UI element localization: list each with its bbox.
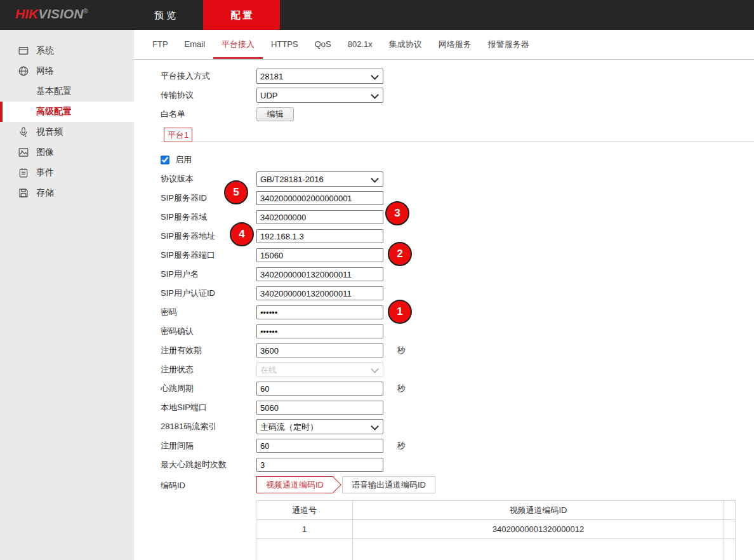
tab-qos[interactable]: QoS <box>307 30 340 59</box>
sidebar-item-label: 存储 <box>36 187 54 199</box>
storage-icon <box>17 187 30 199</box>
reg-valid-label: 注册有效期 <box>161 345 256 356</box>
sidebar-item-video-audio[interactable]: 视音频 <box>0 122 134 142</box>
form-row-enable: 启用 <box>161 150 406 170</box>
channel-encode-id-table: 通道号 视频通道编码ID 1 34020000001320000012 <box>256 500 736 560</box>
top-bar: HIKVISION® 预 览 配 置 <box>0 0 754 30</box>
tab-integration-protocol[interactable]: 集成协议 <box>381 30 430 59</box>
sip-server-id-input[interactable] <box>256 191 383 205</box>
form-row-sip-server-domain: SIP服务器域 <box>161 208 406 227</box>
form-row-password: 密码 <box>161 303 406 322</box>
sip-server-domain-input[interactable] <box>256 210 383 224</box>
sidebar-item-label: 基本配置 <box>36 86 72 97</box>
sip-user-input[interactable] <box>256 267 383 281</box>
sidebar-item-label: 高级配置 <box>36 106 72 117</box>
sidebar-item-image[interactable]: 图像 <box>0 142 134 163</box>
stream-index-select[interactable]: 主码流（定时） <box>256 419 383 434</box>
form-row-sip-user: SIP用户名 <box>161 265 406 284</box>
col-header-channel-no: 通道号 <box>256 501 353 520</box>
sip-server-addr-input[interactable] <box>256 229 383 243</box>
tab-alarm-server[interactable]: 报警服务器 <box>480 30 538 59</box>
form-row-local-sip-port: 本地SIP端口 <box>161 398 406 417</box>
sidebar: 系统 网络 基本配置 高级配置 视音频 图像 事件 存储 <box>0 30 134 560</box>
max-heartbeat-timeout-label: 最大心跳超时次数 <box>161 459 256 470</box>
platform-access-top-form: 平台接入方式 28181 传输协议 UDP 白名单 编辑 <box>161 67 383 124</box>
tab-platform-access[interactable]: 平台接入 <box>213 30 263 59</box>
sidebar-item-basic-config[interactable]: 基本配置 <box>0 81 134 102</box>
cell-encode-id <box>353 539 724 560</box>
cell-extra <box>724 520 736 539</box>
form-row-password-confirm: 密码确认 <box>161 322 406 341</box>
active-tab-arrow-icon <box>324 476 341 493</box>
form-row-sip-server-id: SIP服务器ID <box>161 189 406 208</box>
enable-checkbox[interactable] <box>161 156 169 164</box>
tab-8021x[interactable]: 802.1x <box>340 30 381 59</box>
col-header-video-channel-encode-id: 视频通道编码ID <box>353 501 724 520</box>
sip-server-port-label: SIP服务器端口 <box>161 250 256 261</box>
reg-interval-unit: 秒 <box>397 440 406 451</box>
cell-extra <box>724 539 736 560</box>
table-row[interactable]: 1 34020000001320000012 <box>256 520 736 539</box>
form-row-transport: 传输协议 UDP <box>161 86 383 105</box>
password-confirm-label: 密码确认 <box>161 326 256 337</box>
topnav-config[interactable]: 配 置 <box>203 0 280 30</box>
form-row-sip-server-addr: SIP服务器地址 <box>161 227 406 246</box>
form-row-reg-interval: 注册间隔 秒 <box>161 436 406 455</box>
sip-server-domain-label: SIP服务器域 <box>161 211 256 223</box>
form-row-protocol-version: 协议版本 GB/T28181-2016 <box>161 170 406 189</box>
network-icon <box>17 65 30 77</box>
tab-video-channel-encode-id[interactable]: 视频通道编码ID <box>256 476 333 493</box>
access-mode-label: 平台接入方式 <box>161 70 256 82</box>
sip-server-port-input[interactable] <box>256 248 383 262</box>
max-heartbeat-timeout-input[interactable] <box>256 458 383 472</box>
protocol-version-select[interactable]: GB/T28181-2016 <box>256 171 383 187</box>
local-sip-port-label: 本地SIP端口 <box>161 402 256 413</box>
sidebar-item-storage[interactable]: 存储 <box>0 183 134 203</box>
platform-divider <box>161 142 754 142</box>
form-row-max-heartbeat-timeout: 最大心跳超时次数 <box>161 455 406 474</box>
sidebar-item-system[interactable]: 系统 <box>0 41 134 61</box>
annotation-badge-5: 5 <box>224 180 248 204</box>
reg-status-select: 在线 <box>256 362 383 377</box>
password-confirm-input[interactable] <box>256 324 383 338</box>
form-row-access-mode: 平台接入方式 28181 <box>161 67 383 86</box>
transport-select[interactable]: UDP <box>256 88 383 103</box>
annotation-badge-1: 1 <box>388 300 412 324</box>
sidebar-item-network[interactable]: 网络 <box>0 61 134 81</box>
enable-label: 启用 <box>175 154 192 166</box>
encode-id-label: 编码ID <box>161 476 256 491</box>
form-row-sip-auth-id: SIP用户认证ID <box>161 284 406 303</box>
reg-interval-input[interactable] <box>256 439 383 453</box>
main-content: FTP Email 平台接入 HTTPS QoS 802.1x 集成协议 网络服… <box>134 30 754 560</box>
table-row[interactable] <box>256 539 736 560</box>
tab-ftp[interactable]: FTP <box>144 30 176 59</box>
sidebar-item-label: 系统 <box>36 45 54 57</box>
password-input[interactable] <box>256 305 383 319</box>
sidebar-item-advanced-config[interactable]: 高级配置 <box>0 102 134 122</box>
topnav-preview[interactable]: 预 览 <box>130 0 200 30</box>
local-sip-port-input[interactable] <box>256 401 383 415</box>
encode-id-row: 编码ID 视频通道编码ID 语音输出通道编码ID <box>161 476 435 493</box>
heartbeat-input[interactable] <box>256 382 383 396</box>
form-row-sip-server-port: SIP服务器端口 <box>161 246 406 265</box>
form-row-heartbeat: 心跳周期 秒 <box>161 379 406 398</box>
tab-https[interactable]: HTTPS <box>263 30 307 59</box>
heartbeat-label: 心跳周期 <box>161 383 256 394</box>
heartbeat-unit: 秒 <box>397 383 406 394</box>
tab-network-service[interactable]: 网络服务 <box>430 30 480 59</box>
platform1-tab[interactable]: 平台1 <box>164 128 192 142</box>
platform1-form: 启用 协议版本 GB/T28181-2016 SIP服务器ID SIP服务器域 … <box>161 150 406 474</box>
access-mode-select[interactable]: 28181 <box>256 69 383 84</box>
transport-label: 传输协议 <box>161 90 256 101</box>
sidebar-item-event[interactable]: 事件 <box>0 163 134 183</box>
reg-valid-input[interactable] <box>256 343 383 357</box>
sip-auth-id-label: SIP用户认证ID <box>161 288 256 299</box>
event-icon <box>17 166 30 179</box>
whitelist-edit-button[interactable]: 编辑 <box>256 107 294 121</box>
sidebar-item-label: 网络 <box>36 65 54 77</box>
tab-audio-out-channel-encode-id[interactable]: 语音输出通道编码ID <box>342 476 435 493</box>
sip-auth-id-input[interactable] <box>256 286 383 300</box>
sip-user-label: SIP用户名 <box>161 269 256 280</box>
tab-email[interactable]: Email <box>176 30 214 59</box>
form-row-reg-status: 注册状态 在线 <box>161 360 406 379</box>
